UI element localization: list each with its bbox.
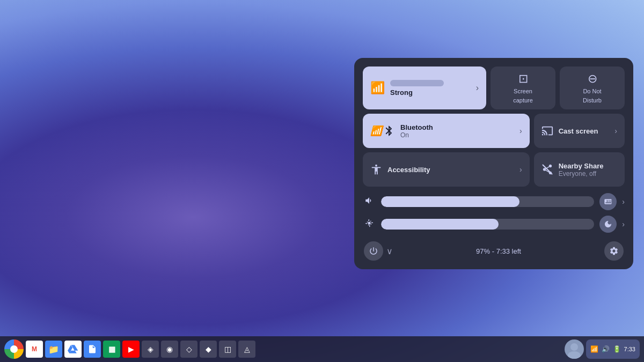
accessibility-chevron: › bbox=[519, 165, 522, 174]
taskbar-app4[interactable]: ◆ bbox=[200, 341, 217, 358]
bluetooth-sublabel: On bbox=[400, 131, 514, 139]
taskbar-app3[interactable]: ◇ bbox=[180, 341, 197, 358]
accessibility-icon bbox=[370, 164, 382, 175]
wifi-icon: 📶 bbox=[370, 81, 385, 95]
brightness-night-icon[interactable] bbox=[599, 216, 617, 233]
wifi-ssid-bar bbox=[390, 80, 444, 86]
taskbar-drive[interactable] bbox=[64, 341, 82, 358]
svg-point-0 bbox=[570, 343, 578, 351]
nearby-share-tile[interactable]: Nearby Share Everyone, off bbox=[534, 152, 625, 187]
screen-capture-label-line2: capture bbox=[513, 97, 533, 104]
taskbar-sound-icon: 🔊 bbox=[602, 345, 610, 353]
nearby-share-sublabel: Everyone, off bbox=[559, 170, 617, 178]
taskbar-status-area[interactable]: 📶 🔊 🔋 7:33 bbox=[586, 339, 640, 359]
battery-status: 97% - 7:33 left bbox=[476, 247, 521, 255]
volume-slider-row: › bbox=[363, 193, 625, 210]
taskbar-battery-icon: 🔋 bbox=[613, 345, 621, 353]
bluetooth-tile[interactable]: 📶 Bluetooth On › bbox=[363, 114, 530, 148]
taskbar-app6[interactable]: ◬ bbox=[238, 341, 255, 358]
taskbar-files[interactable]: 📁 bbox=[45, 341, 62, 358]
taskbar-app2[interactable]: ◉ bbox=[161, 341, 178, 358]
taskbar-app5[interactable]: ◫ bbox=[219, 341, 236, 358]
wifi-chevron: › bbox=[476, 83, 479, 93]
brightness-slider-fill bbox=[381, 219, 499, 230]
qs-row-2: 📶 Bluetooth On › Cast screen › bbox=[363, 114, 625, 148]
do-not-disturb-icon: ⊖ bbox=[588, 72, 597, 86]
taskbar-time: 7:33 bbox=[624, 346, 635, 352]
bluetooth-chevron: › bbox=[519, 127, 522, 135]
sliders-section: › › bbox=[363, 191, 625, 235]
qs-bottom-bar: ∨ 97% - 7:33 left bbox=[363, 239, 625, 261]
accessibility-tile[interactable]: Accessibility › bbox=[363, 152, 530, 187]
taskbar-docs[interactable] bbox=[84, 341, 101, 358]
cast-screen-tile[interactable]: Cast screen › bbox=[534, 114, 625, 148]
volume-keyboard-icon[interactable] bbox=[599, 193, 617, 210]
wifi-text: Strong bbox=[390, 80, 471, 97]
cast-screen-icon bbox=[541, 125, 553, 137]
screen-capture-icon: ⊡ bbox=[518, 72, 528, 86]
volume-chevron[interactable]: › bbox=[622, 197, 625, 206]
taskbar-avatar[interactable] bbox=[565, 339, 584, 359]
cast-screen-label: Cast screen bbox=[559, 127, 610, 136]
svg-point-1 bbox=[568, 351, 581, 359]
brightness-slider-row: › bbox=[363, 216, 625, 233]
wifi-tile[interactable]: 📶 Strong › bbox=[363, 67, 486, 109]
taskbar: M 📁 ▦ ▶ ◈ ◉ ◇ ◆ ◫ ◬ 📶 🔊 🔋 7:33 bbox=[0, 336, 644, 362]
taskbar-sheets[interactable]: ▦ bbox=[103, 341, 120, 358]
cast-screen-text: Cast screen bbox=[559, 127, 610, 136]
taskbar-gmail[interactable]: M bbox=[26, 341, 43, 358]
power-button[interactable] bbox=[364, 241, 383, 261]
nearby-share-icon-wrapper bbox=[541, 164, 553, 175]
brightness-chevron[interactable]: › bbox=[622, 220, 625, 228]
taskbar-youtube[interactable]: ▶ bbox=[122, 341, 140, 358]
power-row: ∨ bbox=[364, 241, 393, 261]
power-chevron[interactable]: ∨ bbox=[386, 246, 393, 256]
bluetooth-text: Bluetooth On bbox=[400, 123, 514, 139]
bluetooth-svg-icon bbox=[383, 125, 395, 137]
do-not-disturb-label-line2: Disturb bbox=[583, 97, 602, 104]
settings-button[interactable] bbox=[604, 241, 624, 261]
bluetooth-icon: 📶 bbox=[370, 125, 382, 137]
brightness-slider-track[interactable] bbox=[381, 219, 594, 230]
taskbar-wifi-icon: 📶 bbox=[590, 345, 598, 353]
do-not-disturb-label-line1: Do Not bbox=[583, 88, 601, 95]
qs-row-3: Accessibility › Nearby Share Everyone, o… bbox=[363, 152, 625, 187]
cast-screen-chevron: › bbox=[614, 127, 617, 135]
screen-capture-tile[interactable]: ⊡ Screen capture bbox=[491, 67, 555, 109]
taskbar-app1[interactable]: ◈ bbox=[142, 341, 159, 358]
accessibility-text: Accessibility bbox=[387, 166, 514, 174]
screen-capture-label-line1: Screen bbox=[514, 88, 532, 95]
qs-row-1: 📶 Strong › ⊡ Screen capture ⊖ Do Not Dis… bbox=[363, 67, 625, 109]
taskbar-chrome[interactable] bbox=[4, 339, 24, 359]
volume-slider-track[interactable] bbox=[381, 196, 594, 207]
nearby-share-label: Nearby Share bbox=[559, 162, 617, 171]
wifi-label: Strong bbox=[390, 88, 471, 97]
brightness-icon bbox=[363, 218, 376, 231]
quick-settings-panel: 📶 Strong › ⊡ Screen capture ⊖ Do Not Dis… bbox=[354, 58, 633, 269]
volume-slider-fill bbox=[381, 196, 519, 207]
volume-icon bbox=[363, 196, 376, 208]
nearby-share-text: Nearby Share Everyone, off bbox=[559, 162, 617, 178]
accessibility-label: Accessibility bbox=[387, 166, 514, 174]
do-not-disturb-tile[interactable]: ⊖ Do Not Disturb bbox=[560, 67, 625, 109]
bluetooth-label: Bluetooth bbox=[400, 123, 514, 132]
